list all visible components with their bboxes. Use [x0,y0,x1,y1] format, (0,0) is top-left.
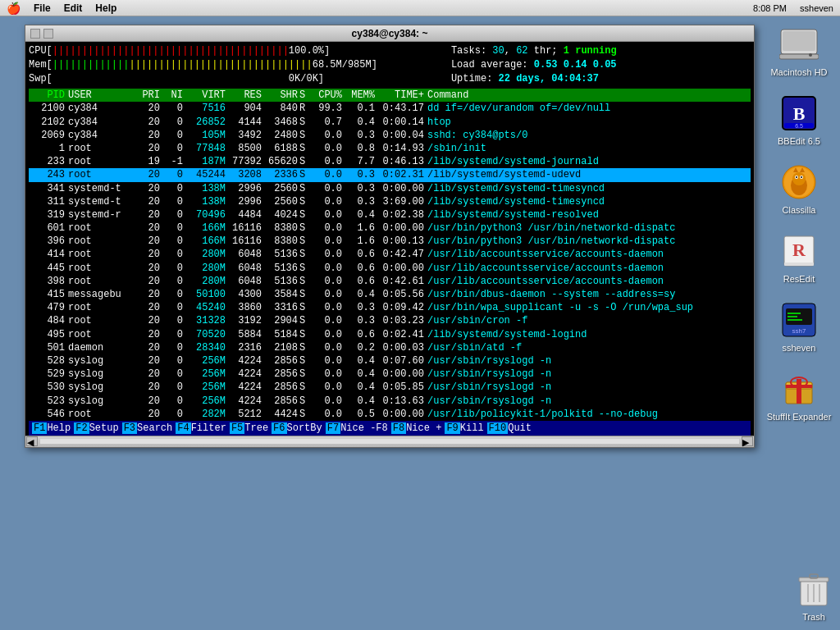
swp-bar: Swp[ 0K/0K] [29,72,377,86]
f7-key[interactable]: F7 [326,422,340,434]
table-row[interactable]: 484root2003132831922904S0.00.30:03.23/us… [29,314,751,327]
f1-key[interactable]: F1 [32,422,47,434]
table-row[interactable]: 341systemd-t200138M29962560S0.00.30:00.0… [29,182,751,195]
f10-label: Quit [508,422,532,434]
menu-help[interactable]: Help [95,2,116,14]
svg-point-15 [801,176,802,178]
table-row[interactable]: 2100cy3842007516904840R99.30.10:43.17dd … [29,102,751,115]
terminal-title: cy384@cy384: ~ [352,28,428,39]
close-button[interactable] [30,29,40,39]
resedit-label: ResEdit [783,274,815,284]
bbedit-label: BBEdit 6.5 [778,136,820,146]
table-row[interactable]: 530syslog200256M42242856S0.00.40:05.85/u… [29,381,751,394]
table-row[interactable]: 396root200166M161168380S0.01.60:00.13/us… [29,235,751,248]
svg-rect-20 [784,262,814,266]
terminal-titlebar: cy384@cy384: ~ [25,25,754,42]
table-row[interactable]: 2102cy3842002685241443468S0.70.40:00.14h… [29,116,751,129]
f7-label: Nice -F8 [340,422,388,434]
mem-bar: Mem[||||||||||||||||||||||||||||||||||||… [29,58,377,72]
f5-key[interactable]: F5 [230,422,244,434]
f9-label: Kill [460,422,484,434]
desktop: Macintosh HD B 6.5 BBEdit 6.5 [0,16,840,630]
table-row[interactable]: 243root2004524432082336S0.00.30:02.31/li… [29,168,751,181]
menubar-time: 8:08 PM [753,3,787,13]
table-row[interactable]: 546root200282M52124424S0.00.50:00.00/usr… [29,408,751,421]
svg-rect-35 [810,574,818,578]
macintosh-hd-icon [779,25,819,64]
f9-key[interactable]: F9 [445,422,459,434]
stuffit-icon [779,369,819,409]
trash-icon [796,568,832,612]
tasks-line: Tasks: 30, 62 thr; 1 running [451,44,617,58]
process-table-header: PID USER PRI NI VIRT RES SHR S CPU% MEM%… [29,89,751,102]
svg-rect-2 [779,54,819,59]
f2-key[interactable]: F2 [74,422,89,434]
f1-label: Help [47,422,71,434]
function-key-bar: F1Help F2Setup F3Search F4Filter F5Tree … [29,421,751,436]
table-row[interactable]: 398root200280M60485136S0.00.60:42.61/usr… [29,275,751,288]
svg-point-32 [797,380,801,385]
stuffit-label: StuffIt Expander [767,412,832,422]
table-row[interactable]: 523syslog200256M42242856S0.00.40:13.63/u… [29,395,751,408]
scroll-left-btn[interactable]: ◀ [26,436,38,446]
scroll-right-btn[interactable]: ▶ [742,436,753,446]
table-row[interactable]: 601root200166M161168380S0.01.60:00.00/us… [29,221,751,235]
desktop-icon-ssheven[interactable]: ssh7 ssheven [766,300,832,353]
f10-key[interactable]: F10 [487,422,509,434]
svg-rect-1 [783,31,815,51]
f4-key[interactable]: F4 [176,422,190,434]
svg-text:R: R [792,240,806,260]
table-row[interactable]: 445root200280M60485136S0.00.60:00.00/usr… [29,262,751,275]
table-row[interactable]: 233root19-1187M7739265620S0.07.70:46.13/… [29,155,751,168]
load-line: Load average: 0.53 0.14 0.05 [451,58,617,72]
f8-key[interactable]: F8 [391,422,406,434]
scrollbar-horizontal[interactable]: ◀ ▶ [25,436,754,447]
classzilla-label: Classilla [783,205,816,215]
desktop-icon-stuffit[interactable]: StuffIt Expander [766,369,832,422]
trash-label: Trash [802,612,825,622]
table-row[interactable]: 311systemd-t200138M29962560S0.00.33:69.0… [29,195,751,208]
menu-edit[interactable]: Edit [64,2,83,14]
resedit-icon: R [779,231,819,271]
f3-key[interactable]: F3 [122,422,137,434]
desktop-icon-resedit[interactable]: R ResEdit [766,231,832,284]
terminal-window: cy384@cy384: ~ CPU[|||||||||||||||||||||… [25,25,755,448]
desktop-icon-bbedit[interactable]: B 6.5 BBEdit 6.5 [766,94,832,146]
table-row[interactable]: 529syslog200256M42242856S0.00.40:00.00/u… [29,368,751,381]
svg-text:B: B [793,103,806,124]
f8-label: Nice + [406,422,441,434]
svg-point-11 [792,172,806,185]
f4-label: Filter [191,422,226,434]
window-controls [30,29,53,39]
table-row[interactable]: 1root2007784885006188S0.00.80:14.93/sbin… [29,142,751,155]
table-row[interactable]: 495root2007052058845184S0.00.60:02.41/li… [29,328,751,341]
table-row[interactable]: 2069cy384200105M34922480S0.00.30:00.04ss… [29,129,751,142]
cpu-bar: CPU[||||||||||||||||||||||||||||||||||||… [29,44,377,58]
bbedit-icon: B 6.5 [779,94,819,133]
classzilla-icon [779,162,819,202]
menu-file[interactable]: File [34,2,51,14]
svg-text:ssh7: ssh7 [792,327,806,335]
trash-area[interactable]: Trash [796,568,832,622]
table-row[interactable]: 415messagebu2005010043003584S0.00.40:05.… [29,288,751,301]
scroll-track [40,439,739,444]
uptime-line: Uptime: 22 days, 04:04:37 [451,72,617,86]
apple-menu[interactable]: 🍎 [7,2,21,15]
desktop-icon-macintosh-hd[interactable]: Macintosh HD [766,25,832,77]
macintosh-hd-label: Macintosh HD [770,67,827,77]
table-row[interactable]: 414root200280M60485136S0.00.60:42.47/usr… [29,248,751,261]
f2-label: Setup [89,422,119,434]
ssheven-app-icon: ssh7 [779,300,819,340]
table-row[interactable]: 528syslog200256M42242856S0.00.40:07.60/u… [29,354,751,368]
f3-label: Search [137,422,172,434]
table-row[interactable]: 479root2004524038603316S0.00.30:09.42/us… [29,301,751,314]
table-row[interactable]: 501daemon2002834023162108S0.00.20:00.03/… [29,341,751,354]
f6-label: SortBy [287,422,322,434]
table-row[interactable]: 319systemd-r2007049644844024S0.00.40:02.… [29,208,751,221]
desktop-icons: Macintosh HD B 6.5 BBEdit 6.5 [758,16,840,422]
svg-point-14 [796,176,797,178]
desktop-icon-classzilla[interactable]: Classilla [766,162,832,215]
f6-key[interactable]: F6 [272,422,286,434]
process-table: 2100cy3842007516904840R99.30.10:43.17dd … [29,102,751,421]
zoom-button[interactable] [43,29,53,39]
